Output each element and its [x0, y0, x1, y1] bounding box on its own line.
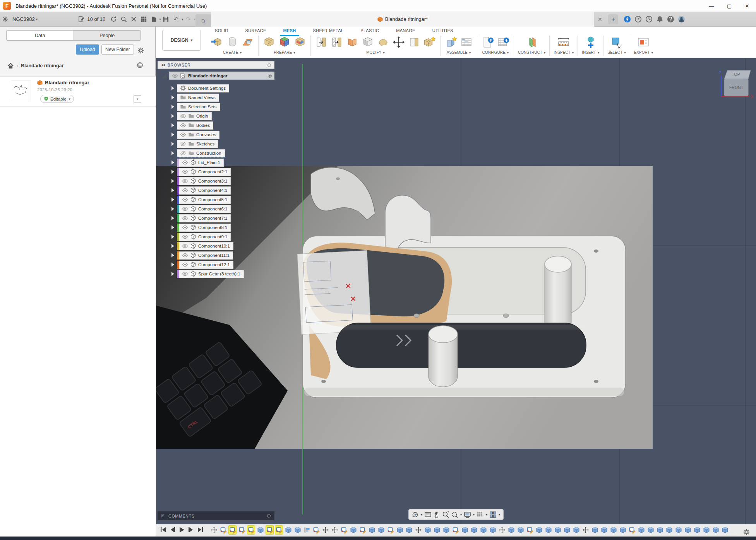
timeline-feature-extrude[interactable] — [619, 526, 626, 534]
browser-item-named-views[interactable]: Named Views — [171, 93, 244, 102]
lookat-tool-icon[interactable] — [424, 511, 432, 519]
help-icon[interactable] — [665, 14, 676, 25]
expand-triangle-icon[interactable] — [171, 161, 174, 164]
expand-triangle-icon[interactable] — [171, 235, 174, 239]
close-window-button[interactable]: ✕ — [738, 0, 756, 12]
visibility-eye-icon[interactable] — [182, 169, 188, 175]
timeline-feature-extrude[interactable] — [480, 526, 487, 534]
fit-caret-icon[interactable]: ▾ — [460, 513, 462, 516]
visibility-eye-icon[interactable] — [182, 206, 188, 212]
timeline-feature-sketch-highlighted[interactable] — [247, 526, 255, 534]
visibility-eye-off-icon[interactable] — [180, 150, 186, 156]
browser-item-component3-1[interactable]: Component3:1 — [171, 176, 244, 186]
job-status-icon[interactable] — [0, 14, 10, 24]
gridopts-caret-icon[interactable]: ▾ — [486, 513, 487, 516]
timeline-step-forward-button[interactable] — [188, 526, 194, 534]
timeline-feature-sketch[interactable] — [526, 526, 533, 534]
tool-icon-blob[interactable] — [377, 36, 390, 49]
timeline-feature-extrude[interactable] — [600, 526, 608, 534]
timeline-feature-sketch[interactable] — [238, 526, 245, 534]
share-globe-icon[interactable] — [135, 60, 145, 70]
timeline-feature-move[interactable] — [210, 526, 218, 534]
comments-options-icon[interactable] — [267, 514, 271, 518]
tool-icon-planes[interactable] — [525, 36, 538, 49]
timeline-feature-move[interactable] — [582, 526, 589, 534]
expand-triangle-icon[interactable] — [171, 216, 174, 220]
timeline-feature-extrude[interactable] — [405, 526, 413, 534]
show-data-panel-icon[interactable] — [139, 14, 149, 24]
tool-icon-cube-tan[interactable] — [262, 36, 276, 49]
expand-triangle-icon[interactable] — [171, 226, 174, 229]
ribbon-tab-utilities[interactable]: UTILITIES — [424, 27, 462, 35]
save-icon[interactable] — [161, 14, 171, 24]
timeline-feature-extrude[interactable] — [368, 526, 375, 534]
browser-item-component7-1[interactable]: Component7:1 — [171, 214, 244, 223]
browser-item-origin[interactable]: Origin — [171, 111, 244, 121]
home-view-tab[interactable]: ⌂ — [195, 14, 211, 27]
timeline-feature-align[interactable] — [303, 526, 310, 534]
pan-tool-icon[interactable] — [433, 511, 441, 519]
visibility-eye-icon[interactable] — [182, 271, 188, 277]
browser-item-component2-1[interactable]: Component2:1 — [171, 167, 244, 176]
ribbon-group-label[interactable]: INSERT▾ — [582, 50, 599, 55]
comments-bar[interactable]: COMMENTS — [158, 511, 274, 520]
breadcrumb-folder-label[interactable]: Blandade ritningar — [21, 63, 63, 68]
timeline-play-button[interactable] — [178, 526, 185, 534]
fit-tool-icon[interactable] — [451, 511, 459, 519]
tool-icon-select-box[interactable] — [610, 36, 623, 49]
gridopts-tool-icon[interactable] — [476, 511, 484, 519]
tool-icon-panel-arrow2[interactable] — [330, 36, 343, 49]
timeline-track[interactable] — [210, 535, 737, 535]
timeline-skip-end-button[interactable] — [197, 526, 204, 534]
tool-icon-cylinder[interactable] — [226, 36, 239, 49]
visibility-eye-icon[interactable] — [180, 122, 186, 128]
visibility-eye-icon[interactable] — [180, 132, 186, 138]
ribbon-tab-manage[interactable]: MANAGE — [387, 27, 423, 35]
timeline-feature-extrude[interactable] — [684, 526, 691, 534]
notifications-bell-icon[interactable] — [655, 14, 665, 25]
minimize-button[interactable]: — — [703, 0, 720, 12]
tool-icon-export-panel[interactable] — [637, 36, 650, 49]
visibility-eye-icon[interactable] — [180, 113, 186, 119]
browser-item-canvases[interactable]: Canvases — [171, 130, 244, 139]
timeline-feature-sketch[interactable] — [628, 526, 636, 534]
visibility-eye-icon[interactable] — [182, 159, 188, 166]
workspace-switcher[interactable]: DESIGN ▾ — [162, 30, 201, 51]
timeline-feature-extrude[interactable] — [377, 526, 385, 534]
browser-root-row[interactable]: Blandade ritningar — [169, 72, 274, 80]
visibility-eye-icon[interactable] — [182, 234, 188, 240]
timeline-feature-extrude[interactable] — [461, 526, 468, 534]
timeline-feature-extrude[interactable] — [665, 526, 673, 534]
tool-icon-cube-star[interactable] — [423, 36, 436, 49]
tool-icon-table-badge[interactable] — [497, 36, 510, 49]
expand-triangle-icon[interactable] — [171, 133, 174, 137]
timeline-feature-move[interactable] — [415, 526, 422, 534]
ribbon-tab-plastic[interactable]: PLASTIC — [352, 27, 387, 35]
timeline-feature-extrude[interactable] — [257, 526, 264, 534]
expand-triangle-icon[interactable] — [171, 123, 174, 127]
timeline-skip-start-button[interactable] — [160, 526, 166, 534]
root-eye-icon[interactable] — [172, 73, 178, 79]
expand-triangle-icon[interactable] — [171, 253, 174, 257]
timeline-feature-sketch-highlighted[interactable] — [275, 526, 283, 534]
expand-triangle-icon[interactable] — [171, 272, 174, 276]
timeline-feature-sketch[interactable] — [452, 526, 459, 534]
expand-triangle-icon[interactable] — [171, 114, 174, 118]
timeline-settings-gear-icon[interactable] — [741, 527, 751, 537]
expand-triangle-icon[interactable] — [171, 170, 174, 174]
tool-icon-table[interactable] — [460, 36, 473, 49]
extensions-icon[interactable] — [622, 14, 633, 25]
new-tab-button[interactable]: + — [608, 14, 618, 24]
timeline-step-back-button[interactable] — [169, 526, 176, 534]
expand-triangle-icon[interactable] — [171, 142, 174, 146]
data-panel-tab-people[interactable]: People — [74, 31, 141, 40]
zoom-tool-icon[interactable] — [442, 511, 450, 519]
upload-button[interactable]: Upload — [76, 44, 99, 55]
redo-button[interactable]: ↷ — [183, 16, 193, 23]
tool-icon-plane-hex[interactable] — [241, 36, 254, 49]
ribbon-group-label[interactable]: MODIFY▾ — [366, 50, 384, 55]
timeline-feature-extrude[interactable] — [545, 526, 552, 534]
browser-item-component11-1[interactable]: Component11:1 — [171, 251, 244, 260]
timeline-feature-extrude[interactable] — [294, 526, 301, 534]
expand-triangle-icon[interactable] — [171, 179, 174, 183]
